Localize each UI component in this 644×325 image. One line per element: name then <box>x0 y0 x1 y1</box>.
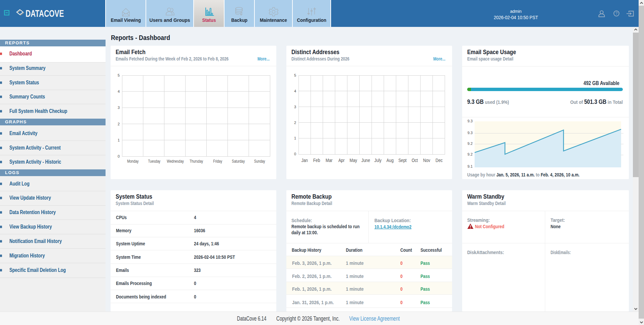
svg-text:?: ? <box>615 11 618 16</box>
